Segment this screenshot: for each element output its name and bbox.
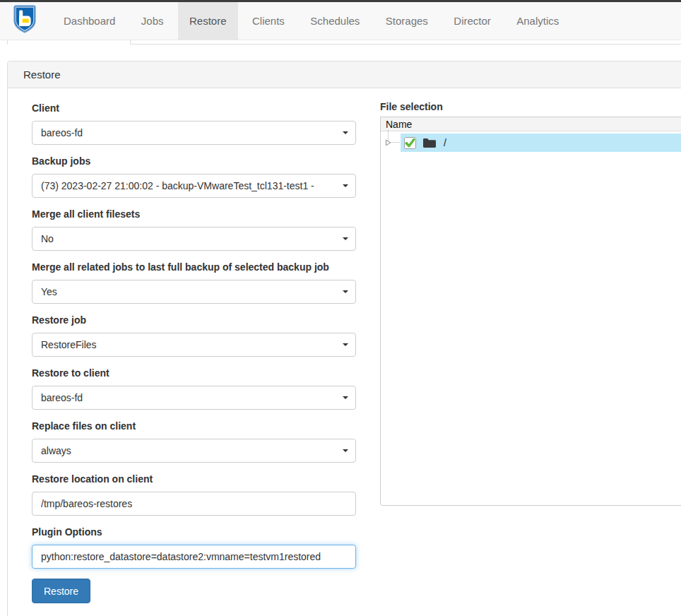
form-group: Restore location on client /tmp/bareos-r…: [32, 473, 356, 516]
tree-node-label: /: [444, 137, 446, 148]
nav-item-label: Clients: [252, 15, 285, 27]
caret-down-icon: [343, 449, 348, 452]
nav-item[interactable]: Jobs: [130, 2, 175, 40]
tab-strip-border: [131, 44, 681, 45]
form-group: Merge all client filesets No: [32, 208, 356, 251]
tree-column-header[interactable]: Name: [381, 117, 681, 131]
field-label: Backup jobs: [32, 155, 356, 167]
nav-item-label: Schedules: [310, 15, 360, 27]
field-control[interactable]: bareos-fd: [32, 121, 356, 145]
nav-item[interactable]: Storages: [374, 2, 439, 40]
field-value: No: [41, 227, 54, 250]
restore-button[interactable]: Restore: [32, 579, 90, 603]
nav-item[interactable]: Schedules: [299, 2, 371, 40]
tree-expander-icon[interactable]: [385, 139, 391, 146]
form-group: Replace files on client always: [32, 420, 356, 463]
main-nav: Dashboard Jobs Restore Clients Schedules…: [52, 2, 570, 40]
form-group: Restore job RestoreFiles: [32, 314, 356, 357]
field-control[interactable]: /tmp/bareos-restores: [32, 492, 356, 516]
field-control[interactable]: python:restore_datastore=datastore2:vmna…: [32, 545, 356, 569]
field-control[interactable]: always: [32, 439, 356, 463]
panel-title: Restore: [8, 61, 681, 88]
sub-tab-strip: [0, 41, 681, 45]
form-group: Client bareos-fd: [32, 102, 356, 145]
nav-item-label: Jobs: [141, 15, 164, 27]
nav-item[interactable]: Dashboard: [52, 2, 126, 40]
top-navbar: Dashboard Jobs Restore Clients Schedules…: [0, 2, 681, 40]
checkbox-checked-icon[interactable]: [404, 137, 416, 149]
field-label: Restore job: [32, 314, 356, 326]
field-label: Restore location on client: [32, 473, 356, 485]
field-value: always: [41, 439, 71, 462]
field-value: /tmp/bareos-restores: [41, 492, 132, 515]
field-value: (73) 2023-02-27 21:00:02 - backup-VMware…: [41, 174, 314, 197]
field-control[interactable]: bareos-fd: [32, 386, 356, 410]
field-control[interactable]: RestoreFiles: [32, 333, 356, 357]
form-group: Restore to client bareos-fd: [32, 367, 356, 410]
field-control[interactable]: Yes: [32, 280, 356, 304]
field-label: Plugin Options: [32, 526, 356, 538]
field-label: Client: [32, 102, 356, 114]
field-value: Yes: [41, 280, 57, 303]
bareos-logo-icon[interactable]: [13, 5, 36, 33]
file-tree-panel: Name: [380, 117, 681, 506]
nav-item[interactable]: Restore: [178, 2, 238, 40]
caret-down-icon: [343, 290, 348, 293]
form-group: Merge all related jobs to last full back…: [32, 261, 356, 304]
field-label: Merge all related jobs to last full back…: [32, 261, 356, 273]
field-label: Merge all client filesets: [32, 208, 356, 220]
restore-panel: Restore Client bareos-fd Backup jobs (73…: [7, 61, 681, 616]
nav-item-label: Restore: [189, 15, 227, 27]
nav-item[interactable]: Director: [442, 2, 502, 40]
nav-item[interactable]: Clients: [241, 2, 296, 40]
restore-form: Client bareos-fd Backup jobs (73) 2023-0…: [32, 102, 356, 603]
field-value: bareos-fd: [41, 122, 83, 144]
tree-row: /: [381, 134, 681, 152]
tree-node-root[interactable]: /: [401, 134, 681, 152]
folder-icon: [422, 138, 437, 148]
caret-down-icon: [343, 396, 348, 399]
field-label: Restore to client: [32, 367, 356, 379]
nav-item-label: Director: [454, 15, 491, 27]
file-selection-label: File selection: [380, 100, 681, 113]
nav-item-label: Analytics: [516, 15, 559, 27]
caret-down-icon: [343, 237, 348, 240]
nav-item-label: Dashboard: [64, 15, 115, 27]
form-group: Plugin Options python:restore_datastore=…: [32, 526, 356, 569]
panel-body: Client bareos-fd Backup jobs (73) 2023-0…: [8, 88, 681, 611]
form-group: Backup jobs (73) 2023-02-27 21:00:02 - b…: [32, 155, 356, 198]
nav-item[interactable]: Analytics: [505, 2, 570, 40]
caret-down-icon: [343, 131, 348, 134]
field-value: python:restore_datastore=datastore2:vmna…: [41, 545, 321, 568]
field-control[interactable]: (73) 2023-02-27 21:00:02 - backup-VMware…: [32, 174, 356, 198]
field-control[interactable]: No: [32, 227, 356, 251]
field-value: bareos-fd: [41, 386, 83, 409]
active-sub-tab[interactable]: [7, 40, 131, 45]
caret-down-icon: [343, 184, 348, 187]
tree-body: /: [381, 134, 681, 152]
caret-down-icon: [343, 343, 348, 346]
nav-item-label: Storages: [386, 15, 428, 27]
field-value: RestoreFiles: [41, 333, 97, 356]
file-selection-section: File selection Name: [380, 100, 681, 506]
field-label: Replace files on client: [32, 420, 356, 432]
